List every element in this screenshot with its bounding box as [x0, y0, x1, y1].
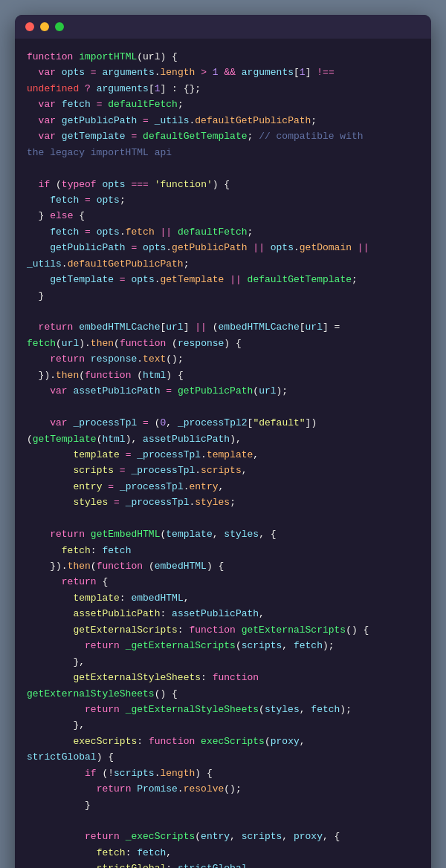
close-button[interactable]	[25, 22, 34, 31]
maximize-button[interactable]	[55, 22, 64, 31]
code-window: function importHTML(url) { var opts = ar…	[15, 15, 431, 868]
minimize-button[interactable]	[40, 22, 49, 31]
titlebar	[15, 15, 431, 39]
code-editor: function importHTML(url) { var opts = ar…	[15, 39, 431, 868]
